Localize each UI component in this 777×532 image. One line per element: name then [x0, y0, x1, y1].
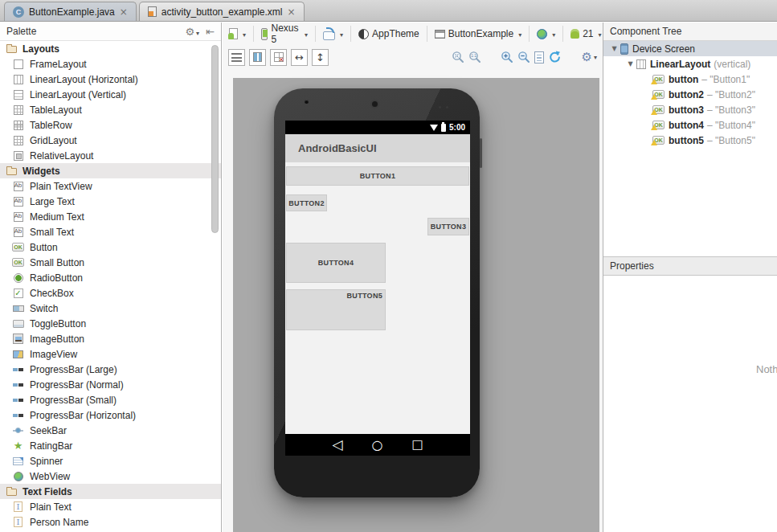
device-button-button1[interactable]: BUTTON1 [286, 166, 469, 186]
lines-icon [231, 53, 242, 62]
refresh-button[interactable] [548, 51, 561, 63]
palette-item-progressbar-large[interactable]: ProgressBar (Large) [0, 362, 221, 377]
tree-node-suffix: – "Button5" [707, 135, 755, 146]
globe-icon [537, 29, 547, 39]
activity-chooser-button[interactable]: ButtonExample [433, 28, 523, 39]
palette-item-small-button[interactable]: OKSmall Button [0, 255, 221, 270]
tree-row-linearlayout-vertical[interactable]: ▼LinearLayout(vertical) [603, 56, 777, 72]
palette-item-progressbar-normal[interactable]: ProgressBar (Normal) [0, 377, 221, 392]
linearlayout-h-icon [12, 73, 24, 85]
relativelayout-icon [12, 149, 24, 162]
palette-item-progressbar-small[interactable]: ProgressBar (Small) [0, 392, 221, 407]
palette-item-switch[interactable]: Switch [0, 301, 221, 316]
layout-content[interactable]: BUTTON1BUTTON2BUTTON3BUTTON4BUTTON5 [285, 162, 470, 434]
nav-back-icon: ◁ [332, 438, 342, 452]
ab-icon: Ab [12, 180, 24, 192]
palette-item-tablerow[interactable]: TableRow [0, 117, 221, 133]
palette-item-framelayout[interactable]: FrameLayout [0, 56, 221, 72]
palette-item-gridlayout[interactable]: GridLayout [0, 133, 221, 148]
expand-vertical-button[interactable]: ↕ [312, 49, 329, 66]
device-button-button5[interactable]: BUTTON5 [286, 289, 386, 330]
design-canvas[interactable]: 5:00 AndroidBasicUI BUTTON1BUTTON2BUTTON… [233, 78, 599, 532]
palette-item-webview[interactable]: WebView [0, 469, 221, 484]
palette-scrollbar[interactable] [211, 45, 219, 233]
palette-item-togglebutton[interactable]: ToggleButton [0, 316, 221, 331]
configuration-toolbar: Nexus 5 AppTheme ButtonExample 21 [223, 23, 603, 45]
config-chooser-button[interactable] [227, 28, 247, 39]
tablerow-icon [12, 119, 24, 131]
device-button-button3[interactable]: BUTTON3 [427, 218, 469, 235]
palette-item-imageview[interactable]: ImageView [0, 346, 221, 362]
preview-doc-button[interactable] [534, 51, 544, 63]
palette-item-tablelayout[interactable]: TableLayout [0, 102, 221, 117]
palette-item-large-text[interactable]: AbLarge Text [0, 194, 221, 209]
palette-item-spinner[interactable]: Spinner [0, 453, 221, 469]
expand-horizontal-button[interactable]: ↔ [291, 49, 308, 66]
orientation-button[interactable] [321, 28, 345, 40]
show-columns-button[interactable] [249, 49, 266, 66]
power-button [480, 138, 482, 168]
zoom-in-button[interactable] [501, 51, 513, 63]
tree-row-button5-button5[interactable]: OKbutton5– "Button5" [603, 133, 777, 148]
palette-item-medium-text[interactable]: AbMedium Text [0, 209, 221, 224]
show-lines-button[interactable] [228, 49, 245, 66]
radio-icon [12, 272, 24, 284]
tree-node-label: button4 [669, 120, 704, 131]
palette-item-seekbar[interactable]: SeekBar [0, 423, 221, 438]
device-button-button4[interactable]: BUTTON4 [286, 243, 386, 283]
settings-gear-button[interactable]: ⚙ [582, 50, 597, 64]
tab-buttonexample-java[interactable]: C ButtonExample.java × [4, 2, 137, 21]
close-icon[interactable]: × [120, 7, 128, 17]
button-warn-icon: OK [652, 90, 665, 99]
tab-activity-button-example-xml[interactable]: activity_button_example.xml × [139, 2, 305, 21]
toggle-icon [12, 317, 24, 329]
expander-icon[interactable]: ▼ [608, 45, 620, 52]
tree-row-button4-button4[interactable]: OKbutton4– "Button4" [603, 117, 777, 133]
palette-item-linearlayout-horizontal[interactable]: LinearLayout (Horizontal) [0, 72, 221, 87]
zoom-out-button[interactable] [517, 51, 530, 63]
palette-item-button[interactable]: OKButton [0, 239, 221, 255]
palette-item-progressbar-horizontal[interactable]: ProgressBar (Horizontal) [0, 407, 221, 423]
gear-icon[interactable]: ⚙ [185, 27, 199, 37]
palette-item-person-name[interactable]: IPerson Name [0, 514, 221, 530]
progress-icon [12, 379, 24, 391]
tree-row-button2-button2[interactable]: OKbutton2– "Button2" [603, 87, 777, 102]
dock-left-icon[interactable]: ⇤ [206, 26, 215, 38]
palette-item-checkbox[interactable]: ✓CheckBox [0, 285, 221, 301]
palette-item-ratingbar[interactable]: ★RatingBar [0, 438, 221, 453]
ok-icon: OK [12, 256, 24, 268]
palette-item-radiobutton[interactable]: RadioButton [0, 270, 221, 285]
palette-item-imagebutton[interactable]: ImageButton [0, 331, 221, 346]
textfield-icon: I [12, 501, 24, 513]
palette-item-plain-text[interactable]: IPlain Text [0, 499, 221, 514]
device-button-button2[interactable]: BUTTON2 [286, 194, 327, 211]
palette-item-plain-textview[interactable]: AbPlain TextView [0, 178, 221, 194]
close-icon[interactable]: × [288, 7, 296, 17]
tree-row-device-screen[interactable]: ▼Device Screen [603, 41, 777, 56]
api-level-chooser-button[interactable]: 21 [569, 28, 603, 39]
check-icon: ✓ [12, 287, 24, 299]
palette-section-widgets[interactable]: Widgets [0, 163, 221, 178]
spinner-icon [12, 455, 24, 467]
imageview-icon [12, 348, 24, 360]
tree-row-button-button1[interactable]: OKbutton– "Button1" [603, 72, 777, 87]
expander-icon[interactable]: ▼ [624, 60, 636, 68]
zoom-actual-button[interactable]: 1:1 [468, 51, 481, 63]
palette-section-layouts[interactable]: Layouts [0, 41, 221, 56]
grid-mode-button[interactable] [270, 49, 287, 66]
palette-panel: Palette ⚙ ⇤ LayoutsFrameLayoutLinearLayo… [0, 23, 222, 532]
palette-item-linearlayout-vertical[interactable]: LinearLayout (Vertical) [0, 87, 221, 102]
theme-chooser-button[interactable]: AppTheme [357, 28, 421, 39]
palette-section-text-fields[interactable]: Text Fields [0, 484, 221, 499]
button-warn-icon: OK [652, 136, 665, 145]
button-warn-icon: OK [652, 121, 665, 129]
device-chooser-button[interactable]: Nexus 5 [260, 23, 309, 45]
palette-item-relativelayout[interactable]: RelativeLayout [0, 148, 221, 163]
device-screen[interactable]: 5:00 AndroidBasicUI BUTTON1BUTTON2BUTTON… [285, 121, 470, 456]
palette-item-small-text[interactable]: AbSmall Text [0, 224, 221, 239]
progress-icon [12, 409, 24, 421]
zoom-fit-button[interactable] [452, 51, 464, 63]
locale-chooser-button[interactable] [535, 28, 557, 39]
tree-row-button3-button3[interactable]: OKbutton3– "Button3" [603, 102, 777, 117]
status-time: 5:00 [449, 123, 465, 132]
